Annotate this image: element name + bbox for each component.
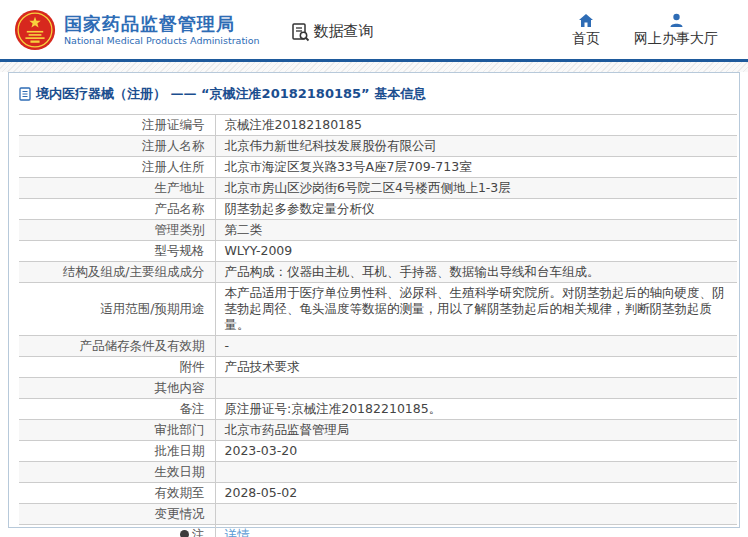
home-icon <box>578 13 594 28</box>
row-label: 备注 <box>19 399 215 420</box>
table-row: 产品名称阴茎勃起多参数定量分析仪 <box>19 199 737 220</box>
row-label: 变更情况 <box>19 504 215 525</box>
table-row: 注册人名称北京伟力新世纪科技发展股份有限公司 <box>19 136 737 157</box>
table-row: 型号规格WLYY-2009 <box>19 241 737 262</box>
table-row: 产品储存条件及有效期- <box>19 336 737 357</box>
nmpa-logo: 国家药品监督管理局 National Medical Products Admi… <box>14 9 260 51</box>
row-value: 北京市房山区沙岗街6号院二区4号楼西侧地上1-3层 <box>215 178 737 199</box>
page-title-text: 境内医疗器械（注册） —— “京械注准20182180185” 基本信息 <box>36 85 426 103</box>
content-panel: 境内医疗器械（注册） —— “京械注准20182180185” 基本信息 注册证… <box>8 72 740 528</box>
row-value: 北京伟力新世纪科技发展股份有限公司 <box>215 136 737 157</box>
table-row: 管理类别第二类 <box>19 220 737 241</box>
row-label: 注册人名称 <box>19 136 215 157</box>
row-label: 产品名称 <box>19 199 215 220</box>
note-icon <box>180 530 189 537</box>
row-label: 注册人住所 <box>19 157 215 178</box>
row-value: 第二类 <box>215 220 737 241</box>
table-row: 批准日期2023-03-20 <box>19 441 737 462</box>
row-value: 阴茎勃起多参数定量分析仪 <box>215 199 737 220</box>
org-name-zh: 国家药品监督管理局 <box>64 13 260 35</box>
row-value <box>215 462 737 483</box>
row-label: 生效日期 <box>19 462 215 483</box>
row-value: 京械注准20182180185 <box>215 115 737 136</box>
data-query-label: 数据查询 <box>314 22 374 41</box>
table-row: 有效期至2028-05-02 <box>19 483 737 504</box>
table-row: 注册证编号京械注准20182180185 <box>19 115 737 136</box>
row-label: 审批部门 <box>19 420 215 441</box>
row-value: 详情 <box>215 525 737 537</box>
user-icon <box>669 13 684 28</box>
nav-online-hall[interactable]: 网上办事大厅 <box>634 13 718 48</box>
page-title: 境内医疗器械（注册） —— “京械注准20182180185” 基本信息 <box>9 79 739 114</box>
row-value: 北京市海淀区复兴路33号A座7层709-713室 <box>215 157 737 178</box>
row-label: 生产地址 <box>19 178 215 199</box>
nav-home[interactable]: 首页 <box>572 13 600 48</box>
row-value: 产品构成：仪器由主机、耳机、手持器、数据输出导线和台车组成。 <box>215 262 737 283</box>
logo-text: 国家药品监督管理局 National Medical Products Admi… <box>64 13 260 47</box>
table-row: 附件产品技术要求 <box>19 357 737 378</box>
table-row: 生产地址北京市房山区沙岗街6号院二区4号楼西侧地上1-3层 <box>19 178 737 199</box>
row-value: 本产品适用于医疗单位男性科、泌尿科、生殖科学研究院所。对阴茎勃起后的轴向硬度、阴… <box>215 283 737 336</box>
row-value: 2023-03-20 <box>215 441 737 462</box>
row-label: 结构及组成/主要组成成分 <box>19 262 215 283</box>
table-row: 适用范围/预期用途本产品适用于医疗单位男性科、泌尿科、生殖科学研究院所。对阴茎勃… <box>19 283 737 336</box>
row-label: 有效期至 <box>19 483 215 504</box>
row-value <box>215 504 737 525</box>
detail-link[interactable]: 详情 <box>225 527 250 537</box>
row-label: 产品储存条件及有效期 <box>19 336 215 357</box>
nav-hall-label: 网上办事大厅 <box>634 30 718 48</box>
table-row: 结构及组成/主要组成成分产品构成：仪器由主机、耳机、手持器、数据输出导线和台车组… <box>19 262 737 283</box>
row-value: 产品技术要求 <box>215 357 737 378</box>
info-table-body: 注册证编号京械注准20182180185注册人名称北京伟力新世纪科技发展股份有限… <box>19 115 737 537</box>
table-row: 变更情况 <box>19 504 737 525</box>
row-label: 批准日期 <box>19 441 215 462</box>
row-value <box>215 378 737 399</box>
top-nav: 首页 网上办事大厅 <box>572 13 718 48</box>
row-label: 附件 <box>19 357 215 378</box>
row-value: 北京市药品监督管理局 <box>215 420 737 441</box>
org-name-en: National Medical Products Administration <box>64 35 260 47</box>
national-emblem-icon <box>14 9 56 51</box>
divider-band <box>0 62 748 72</box>
row-value: WLYY-2009 <box>215 241 737 262</box>
row-label: 管理类别 <box>19 220 215 241</box>
row-value: 原注册证号:京械注准20182210185。 <box>215 399 737 420</box>
row-value: 2028-05-02 <box>215 483 737 504</box>
row-label: 注 <box>19 525 215 537</box>
header: 国家药品监督管理局 National Medical Products Admi… <box>0 0 748 62</box>
document-icon <box>19 87 31 101</box>
table-row: 其他内容 <box>19 378 737 399</box>
row-label: 型号规格 <box>19 241 215 262</box>
data-query-icon <box>290 22 310 42</box>
table-row: 生效日期 <box>19 462 737 483</box>
row-value: - <box>215 336 737 357</box>
table-row: 注册人住所北京市海淀区复兴路33号A座7层709-713室 <box>19 157 737 178</box>
table-row: 注详情 <box>19 525 737 537</box>
row-label: 适用范围/预期用途 <box>19 283 215 336</box>
nav-data-query[interactable]: 数据查询 <box>290 22 374 42</box>
row-label: 注册证编号 <box>19 115 215 136</box>
row-label: 其他内容 <box>19 378 215 399</box>
info-table: 注册证编号京械注准20182180185注册人名称北京伟力新世纪科技发展股份有限… <box>19 114 737 537</box>
table-row: 备注原注册证号:京械注准20182210185。 <box>19 399 737 420</box>
nav-home-label: 首页 <box>572 30 600 48</box>
table-row: 审批部门北京市药品监督管理局 <box>19 420 737 441</box>
